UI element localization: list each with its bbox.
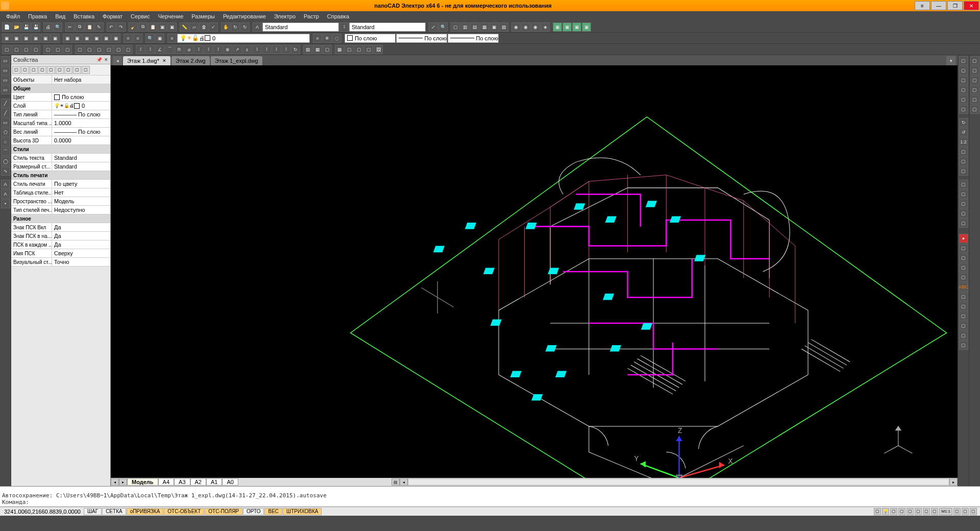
dimstyle-combo[interactable] xyxy=(349,22,426,32)
dim-lin[interactable]: ⟟ xyxy=(136,45,145,54)
audit-button[interactable]: ✓ xyxy=(209,22,218,32)
dim-base[interactable]: ⟟ xyxy=(204,45,213,54)
props-tb-1[interactable]: ▢ xyxy=(12,66,20,74)
r1-1[interactable]: ▢ xyxy=(959,56,968,65)
area-button[interactable]: ▱ xyxy=(189,22,199,32)
r1-26[interactable]: ▢ xyxy=(959,311,968,321)
r3-6[interactable]: ▢ xyxy=(53,45,62,54)
copyclip-button[interactable]: ⧉ xyxy=(138,22,148,32)
vp2-button[interactable]: ▥ xyxy=(460,22,470,32)
dimstyle-icon[interactable]: ⟟ xyxy=(339,22,349,32)
menu-draw[interactable]: Черчение xyxy=(154,12,188,20)
tab-a4[interactable]: A4 xyxy=(158,478,174,486)
zoom-window-button[interactable]: 🔍 xyxy=(438,22,448,32)
r1-2[interactable]: ▢ xyxy=(959,66,968,75)
dim-rad[interactable]: R xyxy=(175,45,184,54)
tray-11-icon[interactable]: ▢ xyxy=(970,508,977,515)
tray-8-icon[interactable]: ▢ xyxy=(931,508,938,515)
el-b-button[interactable]: ▣ xyxy=(12,34,21,43)
dim-upd[interactable]: ↻ xyxy=(291,45,300,54)
drawing-canvas[interactable]: X Y Z xyxy=(111,65,958,478)
r1-24[interactable]: ▢ xyxy=(959,292,968,301)
props-group-header[interactable]: Общие xyxy=(11,84,110,92)
r1-11[interactable]: ▢ xyxy=(959,157,968,166)
prop-value[interactable]: 1.0000 xyxy=(52,119,110,127)
line-icon[interactable]: ╱ xyxy=(1,99,10,108)
prop-value[interactable]: Standard xyxy=(52,154,110,162)
el-f-button[interactable]: ▣ xyxy=(51,34,60,43)
tab-a1[interactable]: A1 xyxy=(206,478,222,486)
props-group-header[interactable]: Разное xyxy=(11,214,110,223)
el1-button[interactable]: ▣ xyxy=(553,22,562,32)
dim-lead[interactable]: ↗ xyxy=(233,45,242,54)
r3-4[interactable]: ▢ xyxy=(31,45,40,54)
layerprops-button[interactable]: ≡ xyxy=(133,34,142,43)
r1-16[interactable]: ▢ xyxy=(959,209,968,218)
zoom-extents-button[interactable]: ⤢ xyxy=(429,22,438,32)
copy-button[interactable]: ⧉ xyxy=(75,22,84,32)
prop-value[interactable]: Да xyxy=(52,232,110,240)
vp5-button[interactable]: ▣ xyxy=(489,22,499,32)
menu-dimensions[interactable]: Размеры xyxy=(187,12,219,20)
prop-value[interactable]: Точно xyxy=(52,258,110,266)
regenall-button[interactable]: ↻ xyxy=(240,22,250,32)
tab-close-icon[interactable]: ✕ xyxy=(162,58,166,63)
el2-button[interactable]: ▣ xyxy=(562,22,572,32)
pan-button[interactable]: ✋ xyxy=(221,22,230,32)
layer-combo[interactable]: 0 xyxy=(212,35,215,41)
toggle-отс-поляр[interactable]: ОТС-ПОЛЯР xyxy=(205,508,242,515)
r3-11[interactable]: ▢ xyxy=(104,45,113,54)
layeroff-button[interactable]: ◌ xyxy=(332,34,341,43)
r1-8[interactable]: ↺ xyxy=(959,128,968,137)
r1-12[interactable]: ▢ xyxy=(959,166,968,176)
selprev-icon[interactable]: ▭ xyxy=(1,66,10,75)
props-tb-7[interactable]: ▢ xyxy=(64,66,72,74)
toggle-отс-объект[interactable]: ОТС-ОБЪЕКТ xyxy=(164,508,204,515)
purge-button[interactable]: 🗑 xyxy=(199,22,208,32)
props-group-header[interactable]: Стили xyxy=(11,145,110,153)
circle-icon[interactable]: ○ xyxy=(1,137,10,147)
toggle-сетка[interactable]: СЕТКА xyxy=(102,508,126,515)
point-icon[interactable]: • xyxy=(1,199,10,208)
group-icon[interactable]: ▭ xyxy=(1,85,10,94)
imgattach-button[interactable]: 🖼 xyxy=(374,45,383,54)
props-tb-9[interactable]: ▢ xyxy=(82,66,90,74)
cut-button[interactable]: ✂ xyxy=(65,22,75,32)
layer-button[interactable]: ≡ xyxy=(124,34,133,43)
tab-a2[interactable]: A2 xyxy=(190,478,206,486)
prop-value[interactable]: Да xyxy=(52,240,110,249)
tray-4-icon[interactable]: ▢ xyxy=(898,508,905,515)
modeltab[interactable]: Модель xyxy=(127,478,158,486)
dim-cont[interactable]: ⟟ xyxy=(213,45,223,54)
el-j-button[interactable]: ▣ xyxy=(92,34,101,43)
r3-1[interactable]: ▢ xyxy=(2,45,11,54)
props-group-header[interactable]: Стиль печати xyxy=(11,171,110,179)
minimize-button[interactable]: — xyxy=(931,1,946,10)
layeriso-button[interactable]: ≡ xyxy=(313,34,322,43)
prop-value[interactable]: Сверху xyxy=(52,249,110,257)
print-button[interactable]: 🖨 xyxy=(43,22,53,32)
isometric-button[interactable]: ◈ xyxy=(541,22,550,32)
menu-format[interactable]: Формат xyxy=(99,12,127,20)
matchprop-button[interactable]: ✎ xyxy=(94,22,104,32)
menu-edit[interactable]: Правка xyxy=(24,12,51,20)
save-button[interactable]: 💾 xyxy=(21,22,31,32)
r1-17[interactable]: ▢ xyxy=(959,219,968,228)
paste-button[interactable]: 📋 xyxy=(85,22,94,32)
r1-5[interactable]: ▢ xyxy=(959,95,968,104)
3dorbit-button[interactable]: ◉ xyxy=(511,22,521,32)
r1-28[interactable]: ▢ xyxy=(959,331,968,340)
measure-button[interactable]: 📏 xyxy=(180,22,189,32)
layout-prev-icon[interactable]: ◂ xyxy=(111,478,119,486)
hscrollbar[interactable] xyxy=(408,478,949,486)
tray-2-icon[interactable]: 💡 xyxy=(882,508,889,515)
tray-5-icon[interactable]: ▢ xyxy=(906,508,914,515)
arc-icon[interactable]: ⌒ xyxy=(1,147,10,156)
menu-modify[interactable]: Редактирование xyxy=(219,12,270,20)
tab-etaj2[interactable]: Этаж 2.dwg xyxy=(172,56,210,65)
props-close-icon[interactable]: ✕ xyxy=(104,57,108,62)
toggle-опривязка[interactable]: оПРИВЯЗКА xyxy=(127,508,164,515)
r1-13[interactable]: ▢ xyxy=(959,180,968,189)
prop-value[interactable]: Standard xyxy=(52,162,110,171)
maximize-button[interactable]: ❐ xyxy=(947,1,963,10)
